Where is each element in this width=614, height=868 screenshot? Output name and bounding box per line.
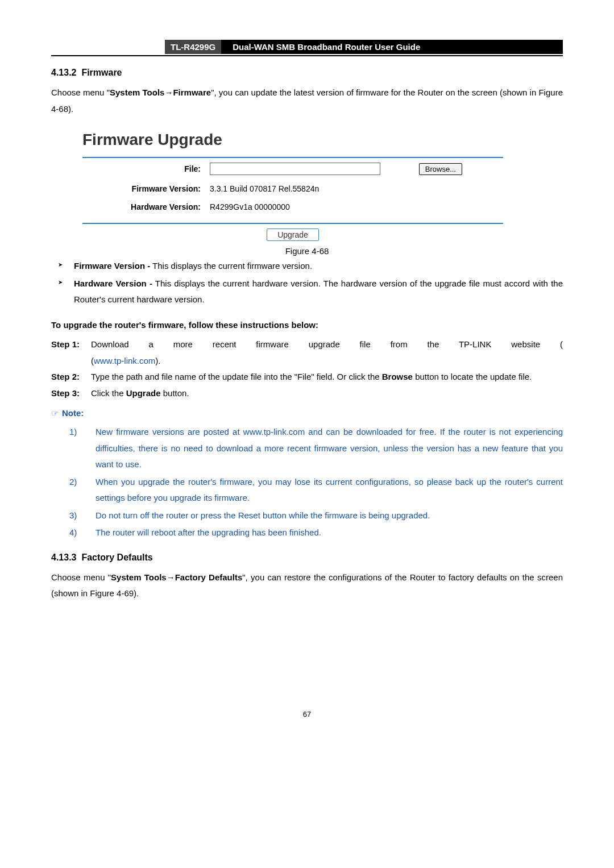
browse-button[interactable]: Browse... bbox=[419, 163, 462, 175]
upgrade-button[interactable]: Upgrade bbox=[267, 229, 319, 241]
section2-intro: Choose menu "System Tools→Factory Defaul… bbox=[51, 570, 563, 602]
page-header: TL-R4299G Dual-WAN SMB Broadband Router … bbox=[51, 40, 563, 54]
note-item-3: 3) Do not turn off the router or press t… bbox=[51, 508, 563, 524]
note1-text: New firmware versions are posted at www.… bbox=[96, 424, 563, 473]
step3-text: Click the Upgrade button. bbox=[91, 385, 563, 402]
step2-text: Type the path and file name of the updat… bbox=[91, 369, 563, 385]
note-item-1: 1) New firmware versions are posted at w… bbox=[51, 424, 563, 473]
figure-caption: Figure 4-68 bbox=[51, 246, 563, 256]
bullet2-bold: Hardware Version - bbox=[74, 279, 152, 288]
firmware-table: File: Browse... Firmware Version: 3.3.1 … bbox=[82, 158, 503, 216]
step-1b: (www.tp-link.com). bbox=[51, 353, 563, 369]
step1-text: Download a more recent firmware upgrade … bbox=[91, 337, 563, 353]
bullet-hardware-version: Hardware Version - This displays the cur… bbox=[51, 276, 563, 308]
section-heading-firmware: 4.13.2 Firmware bbox=[51, 68, 563, 78]
file-input[interactable] bbox=[210, 163, 380, 175]
note4-num: 4) bbox=[51, 525, 96, 541]
hw-version-value: R4299Gv1a 00000000 bbox=[205, 198, 503, 216]
firmware-upgrade-title: Firmware Upgrade bbox=[82, 126, 503, 157]
note-heading: ☞Note: bbox=[51, 408, 563, 418]
file-cell: Browse... bbox=[205, 158, 503, 180]
step1-b: ). bbox=[155, 356, 160, 366]
step1-link[interactable]: www.tp-link.com bbox=[94, 356, 155, 366]
section-heading-factory: 4.13.3 Factory Defaults bbox=[51, 553, 563, 563]
note3-text: Do not turn off the router or press the … bbox=[96, 508, 563, 524]
bullet1-bold: Firmware Version - bbox=[74, 261, 150, 271]
step2-bold: Browse bbox=[382, 372, 413, 381]
section-title: Firmware bbox=[81, 68, 122, 77]
step-1: Step 1: Download a more recent firmware … bbox=[51, 337, 563, 353]
step-list: Step 1: Download a more recent firmware … bbox=[51, 337, 563, 401]
step2-label: Step 2: bbox=[51, 369, 91, 385]
note-label: Note: bbox=[62, 408, 84, 418]
file-row: File: Browse... bbox=[82, 158, 503, 180]
section2-number: 4.13.3 bbox=[51, 553, 76, 562]
feature-bullets: Firmware Version - This displays the cur… bbox=[51, 258, 563, 308]
note1-link[interactable]: www.tp-link.com bbox=[243, 427, 305, 437]
bullet1-text: This displays the current firmware versi… bbox=[150, 261, 312, 271]
bullet-firmware-version: Firmware Version - This displays the cur… bbox=[51, 258, 563, 275]
upgrade-row: Upgrade bbox=[82, 224, 503, 239]
section1-intro-bold: System Tools→Firmware bbox=[110, 88, 211, 97]
instructions-heading: To upgrade the router's firmware, follow… bbox=[51, 317, 563, 334]
step3-a: Click the bbox=[91, 388, 126, 398]
header-rule bbox=[51, 55, 563, 56]
step3-bold: Upgrade bbox=[126, 388, 161, 398]
section1-intro: Choose menu "System Tools→Firmware", you… bbox=[51, 85, 563, 117]
step3-label: Step 3: bbox=[51, 385, 91, 402]
header-spacer bbox=[51, 40, 165, 54]
header-model: TL-R4299G bbox=[165, 40, 221, 54]
hw-version-row: Hardware Version: R4299Gv1a 00000000 bbox=[82, 198, 503, 216]
firmware-upgrade-panel: Firmware Upgrade File: Browse... Firmwar… bbox=[82, 126, 503, 239]
hw-version-label: Hardware Version: bbox=[82, 198, 205, 216]
section2-intro-pre: Choose menu " bbox=[51, 572, 111, 582]
step1-a: Download a more recent firmware upgrade … bbox=[91, 339, 563, 349]
header-title: Dual-WAN SMB Broadband Router User Guide bbox=[221, 40, 563, 54]
note-item-4: 4) The router will reboot after the upgr… bbox=[51, 525, 563, 541]
section1-intro-pre: Choose menu " bbox=[51, 88, 110, 97]
step1b-text: (www.tp-link.com). bbox=[91, 353, 563, 369]
step3-b: button. bbox=[161, 388, 189, 398]
section-number: 4.13.2 bbox=[51, 68, 76, 77]
fw-version-label: Firmware Version: bbox=[82, 180, 205, 198]
page-number: 67 bbox=[51, 710, 563, 719]
step-2: Step 2: Type the path and file name of t… bbox=[51, 369, 563, 385]
file-label: File: bbox=[82, 158, 205, 180]
note3-num: 3) bbox=[51, 508, 96, 524]
step-3: Step 3: Click the Upgrade button. bbox=[51, 385, 563, 402]
fw-version-row: Firmware Version: 3.3.1 Build 070817 Rel… bbox=[82, 180, 503, 198]
step1-label: Step 1: bbox=[51, 337, 91, 353]
note-list: 1) New firmware versions are posted at w… bbox=[51, 424, 563, 541]
note2-text: When you upgrade the router's firmware, … bbox=[96, 474, 563, 506]
note1-num: 1) bbox=[51, 424, 96, 473]
hand-icon: ☞ bbox=[51, 408, 59, 418]
section2-title: Factory Defaults bbox=[81, 553, 152, 562]
note2-num: 2) bbox=[51, 474, 96, 506]
note4-text: The router will reboot after the upgradi… bbox=[96, 525, 563, 541]
note-item-2: 2) When you upgrade the router's firmwar… bbox=[51, 474, 563, 506]
step2-b: button to locate the update file. bbox=[413, 372, 532, 381]
section2-intro-bold: System Tools→Factory Defaults bbox=[111, 572, 242, 582]
step2-a: Type the path and file name of the updat… bbox=[91, 372, 382, 381]
note1-a: New firmware versions are posted at bbox=[96, 427, 243, 437]
fw-version-value: 3.3.1 Build 070817 Rel.55824n bbox=[205, 180, 503, 198]
